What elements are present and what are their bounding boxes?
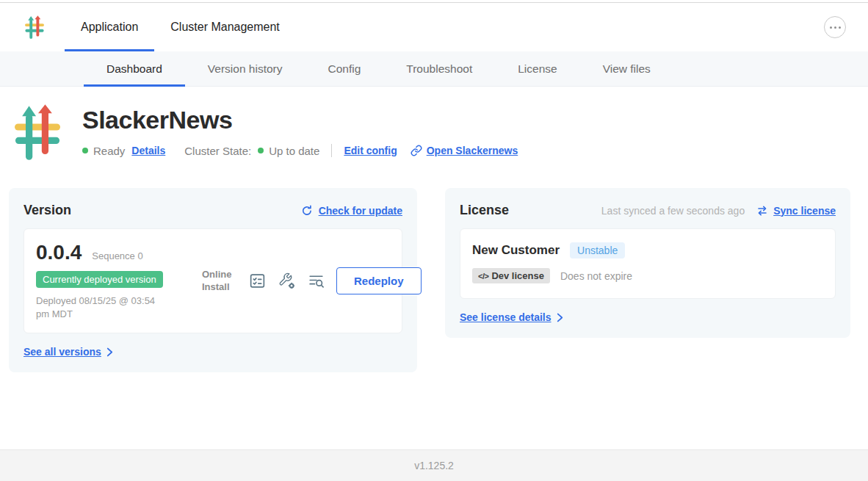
admin-console-page: Application Cluster Management Dashboard… [0, 0, 868, 481]
details-link[interactable]: Details [131, 145, 165, 156]
vertical-divider [331, 144, 332, 157]
version-actions: Online Install [202, 267, 422, 294]
redeploy-button[interactable]: Redeploy [336, 267, 422, 294]
check-update-group[interactable]: Check for update [301, 205, 402, 217]
license-details-panel: New Customer Unstable </> Dev license Do… [460, 228, 836, 299]
check-for-update-link[interactable]: Check for update [319, 205, 402, 217]
license-card-header: License Last synced a few seconds ago Sy… [460, 203, 836, 218]
license-type-label: Dev license [491, 270, 544, 281]
current-version-panel: 0.0.4 Sequence 0 Currently deployed vers… [23, 228, 402, 333]
edit-config-link[interactable]: Edit config [344, 145, 397, 156]
app-status-dot [82, 148, 88, 153]
see-license-details-row: See license details [460, 311, 836, 323]
subnav-item-license[interactable]: License [495, 51, 579, 86]
chevron-right-icon[interactable] [106, 347, 113, 357]
version-card-title: Version [23, 203, 71, 218]
deploy-logs-icon[interactable] [307, 272, 325, 290]
license-card-title: License [460, 203, 509, 218]
deployed-timestamp: Deployed 08/15/25 @ 03:54 pm MDT [36, 294, 170, 321]
sync-license-group[interactable]: Sync license [756, 205, 836, 217]
chevron-right-icon[interactable] [557, 313, 563, 322]
version-card-header: Version Check for update [23, 203, 402, 218]
deployed-status-badge: Currently deployed version [36, 271, 163, 288]
see-license-details-link[interactable]: See license details [460, 311, 551, 323]
subnav-dashboard-label: Dashboard [106, 62, 162, 76]
more-options-button[interactable] [824, 16, 846, 38]
top-navigation: Application Cluster Management [0, 3, 868, 51]
console-version: v1.125.2 [414, 460, 454, 471]
subnav-license-label: License [518, 62, 557, 76]
cluster-state-label: Cluster State: [184, 145, 251, 157]
see-all-versions-link[interactable]: See all versions [23, 346, 101, 358]
subnav-config-label: Config [328, 62, 361, 76]
cluster-state-value: Up to date [269, 145, 319, 157]
app-status-text: Ready [93, 145, 125, 157]
subnav-item-version-history[interactable]: Version history [185, 51, 305, 86]
expiration-text: Does not expire [560, 270, 632, 282]
version-info: 0.0.4 Sequence 0 Currently deployed vers… [36, 241, 202, 321]
subnav-view-files-label: View files [603, 62, 651, 76]
install-type-label: Online Install [202, 269, 237, 294]
app-logo-large [15, 104, 60, 160]
subnav-troubleshoot-label: Troubleshoot [406, 62, 472, 76]
ellipsis-icon [830, 26, 832, 29]
subnav-item-config[interactable]: Config [305, 51, 384, 86]
app-logo-icon [25, 12, 44, 42]
sequence-label: Sequence 0 [92, 250, 142, 261]
refresh-icon [301, 205, 313, 217]
license-type-badge: </> Dev license [472, 268, 550, 283]
cluster-state-dot [258, 148, 264, 153]
channel-badge: Unstable [570, 242, 625, 258]
top-tabs: Application Cluster Management [65, 3, 296, 51]
version-card: Version Check for update 0.0.4 Sequence [9, 188, 417, 372]
tab-cluster-management-label: Cluster Management [170, 21, 280, 34]
subnav-version-history-label: Version history [208, 62, 283, 76]
tab-application-label: Application [81, 21, 138, 34]
code-icon: </> [478, 272, 488, 281]
open-app-label: Open Slackernews [427, 145, 518, 156]
subnav-item-troubleshoot[interactable]: Troubleshoot [383, 51, 495, 86]
dashboard-cards: Version Check for update 0.0.4 Sequence [9, 188, 850, 372]
release-notes-icon[interactable] [248, 272, 267, 290]
app-header: SlackerNews Ready Details Cluster State:… [0, 87, 868, 160]
tab-cluster-management[interactable]: Cluster Management [154, 3, 296, 51]
link-icon [411, 145, 422, 156]
last-synced-text: Last synced a few seconds ago [601, 205, 745, 217]
customer-row: New Customer Unstable [472, 242, 823, 258]
subnav-item-dashboard[interactable]: Dashboard [84, 51, 185, 86]
customer-name: New Customer [472, 243, 560, 258]
app-status-row: Ready Details Cluster State: Up to date … [82, 144, 518, 157]
version-number: 0.0.4 [36, 241, 82, 264]
tab-application[interactable]: Application [65, 3, 154, 51]
main-content: SlackerNews Ready Details Cluster State:… [0, 87, 868, 449]
app-header-text: SlackerNews Ready Details Cluster State:… [82, 103, 518, 157]
see-all-versions-row: See all versions [23, 346, 402, 358]
console-footer: v1.125.2 [0, 449, 868, 481]
page-title: SlackerNews [82, 106, 518, 134]
license-card: License Last synced a few seconds ago Sy… [445, 188, 850, 338]
open-app-link[interactable]: Open Slackernews [411, 145, 518, 156]
version-number-row: 0.0.4 Sequence 0 [36, 241, 202, 264]
edit-config-icon[interactable] [278, 272, 296, 290]
subnav-item-view-files[interactable]: View files [580, 51, 673, 86]
app-sub-navigation: Dashboard Version history Config Trouble… [0, 51, 868, 87]
license-type-row: </> Dev license Does not expire [472, 268, 823, 283]
sync-license-link[interactable]: Sync license [773, 205, 836, 217]
sync-icon [756, 205, 768, 217]
